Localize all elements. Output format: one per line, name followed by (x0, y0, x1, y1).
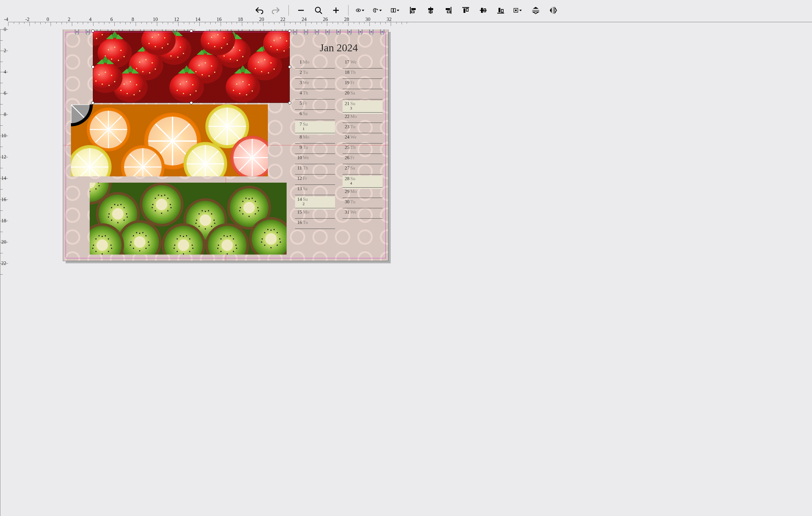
align-page-button[interactable] (513, 5, 524, 16)
flip-v-icon (531, 6, 541, 15)
svg-rect-10 (411, 8, 416, 10)
svg-rect-16 (446, 8, 450, 10)
dropdown-icon (395, 6, 401, 15)
svg-line-2 (320, 11, 322, 14)
svg-rect-22 (481, 8, 483, 13)
align-bottom-button[interactable] (495, 5, 506, 16)
redo-icon (271, 6, 281, 15)
zoom-out-button[interactable] (296, 5, 306, 16)
svg-rect-25 (498, 8, 500, 12)
align-right-button[interactable] (443, 5, 454, 16)
align-center-h-icon (426, 6, 435, 15)
align-top-icon (461, 6, 470, 15)
align-bottom-icon (496, 6, 505, 15)
align-center-h-button[interactable] (425, 5, 436, 16)
svg-rect-13 (428, 8, 433, 10)
zoom-in-icon (331, 6, 341, 15)
svg-rect-26 (501, 9, 503, 12)
svg-rect-7 (391, 8, 393, 12)
zoom-in-button[interactable] (331, 5, 341, 16)
align-center-v-button[interactable] (478, 5, 489, 16)
align-top-button[interactable] (460, 5, 471, 16)
align-right-icon (443, 6, 453, 15)
svg-point-6 (357, 10, 359, 11)
dropdown-icon (360, 6, 366, 15)
flip-h-icon (549, 6, 558, 15)
toolbar (0, 0, 812, 20)
undo-button[interactable] (254, 5, 264, 16)
svg-point-1 (315, 7, 320, 12)
zoom-fit-button[interactable] (313, 5, 324, 16)
svg-rect-17 (447, 11, 450, 13)
flip-h-button[interactable] (548, 5, 558, 16)
visibility-button[interactable] (355, 5, 366, 16)
undo-icon (254, 6, 263, 15)
align-left-icon (408, 6, 418, 15)
align-left-button[interactable] (408, 5, 418, 16)
zoom-fit-icon (314, 6, 323, 15)
svg-rect-19 (464, 8, 465, 13)
spread-button[interactable] (390, 5, 401, 16)
redo-button (271, 5, 282, 16)
flip-v-button[interactable] (530, 5, 541, 16)
svg-rect-11 (411, 11, 414, 13)
zoom-out-icon (296, 6, 306, 15)
align-center-v-icon (478, 6, 488, 15)
svg-rect-28 (515, 9, 517, 11)
dropdown-icon (518, 6, 524, 15)
dropdown-icon (378, 6, 383, 15)
svg-rect-20 (466, 8, 468, 11)
toolbar-separator (288, 5, 289, 16)
snap-button[interactable] (373, 5, 383, 16)
